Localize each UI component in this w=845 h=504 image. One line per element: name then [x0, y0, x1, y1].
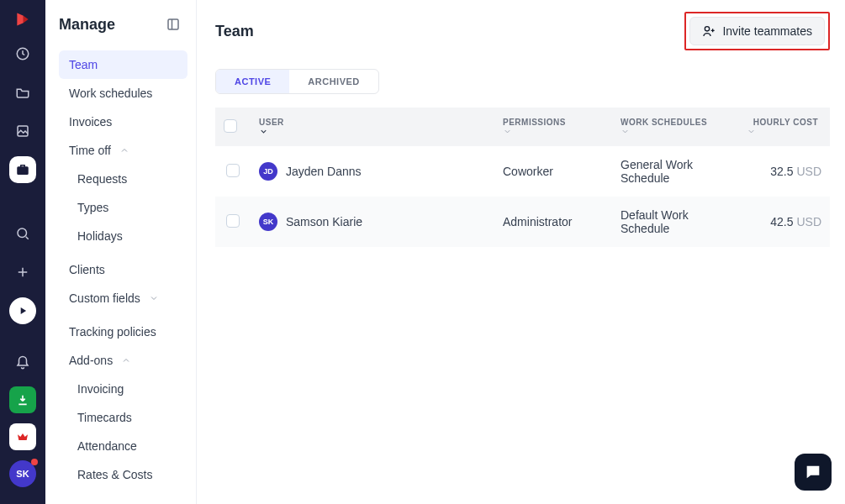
briefcase-icon[interactable]: [9, 156, 36, 183]
nav-label: Invoicing: [77, 382, 124, 396]
nav-label: Requests: [77, 172, 127, 186]
nav-timecards[interactable]: Timecards: [59, 403, 187, 432]
invite-label: Invite teammates: [722, 24, 812, 38]
nav-invoicing[interactable]: Invoicing: [59, 375, 187, 403]
bell-icon[interactable]: [9, 349, 36, 376]
nav-label: Rates & Costs: [77, 468, 152, 481]
col-permissions[interactable]: PERMISSIONS: [494, 108, 612, 146]
nav-requests[interactable]: Requests: [59, 165, 187, 193]
nav-team[interactable]: Team: [59, 50, 187, 79]
user-name: Samson Kiarie: [286, 215, 362, 228]
nav-label: Timecards: [77, 411, 132, 424]
tab-label: ACTIVE: [235, 76, 271, 87]
avatar-initials: SK: [16, 469, 29, 479]
nav-types[interactable]: Types: [59, 193, 187, 222]
col-user[interactable]: USER: [251, 108, 494, 146]
svg-rect-3: [168, 19, 178, 29]
image-icon[interactable]: [9, 118, 36, 144]
nav-label: Clients: [69, 263, 105, 276]
row-checkbox[interactable]: [226, 164, 240, 177]
tab-label: ARCHIVED: [308, 76, 359, 87]
nav-label: Attendance: [77, 439, 137, 453]
sidebar: Manage Team Work schedules Invoices Time…: [45, 0, 197, 504]
chevron-down-icon: [747, 127, 821, 136]
user-avatar-icon: JD: [259, 162, 277, 181]
chevron-down-icon: [621, 127, 730, 136]
permission-cell: Administrator: [494, 197, 612, 247]
download-icon[interactable]: [9, 386, 36, 413]
app-logo-icon[interactable]: [13, 10, 32, 29]
nav-work-schedules[interactable]: Work schedules: [59, 79, 187, 108]
cost-cell: 32.5USD: [738, 146, 830, 197]
nav-label: Team: [69, 58, 98, 71]
tab-active[interactable]: ACTIVE: [216, 70, 289, 93]
nav-invoices[interactable]: Invoices: [59, 108, 187, 136]
chevron-up-icon: [121, 355, 131, 365]
icon-rail: SK: [0, 0, 45, 504]
nav-label: Invoices: [69, 115, 112, 129]
nav-clients[interactable]: Clients: [59, 255, 187, 284]
col-label: WORK SCHEDULES: [621, 118, 707, 127]
nav-label: Custom fields: [69, 291, 140, 305]
col-label: USER: [259, 118, 284, 127]
col-checkbox: [215, 108, 251, 146]
search-icon[interactable]: [9, 220, 36, 247]
user-name: Jayden Danns: [286, 165, 362, 178]
chevron-down-icon: [149, 293, 159, 303]
recent-icon[interactable]: [9, 40, 36, 67]
user-plus-icon: [702, 24, 716, 38]
page-title: Team: [215, 23, 254, 40]
nav-time-off[interactable]: Time off: [59, 136, 187, 165]
team-table: USER PERMISSIONS WORK SCHEDULES HOURLY C…: [215, 108, 830, 247]
nav-label: Time off: [69, 144, 111, 157]
permission-cell: Coworker: [494, 146, 612, 197]
user-cell: JDJayden Danns: [259, 162, 486, 181]
nav-label: Add-ons: [69, 354, 113, 367]
nav-holidays[interactable]: Holidays: [59, 222, 187, 250]
schedule-cell: Default Work Schedule: [612, 197, 738, 247]
chevron-down-icon: [259, 127, 486, 136]
plus-icon[interactable]: [9, 259, 36, 286]
svg-point-4: [705, 27, 710, 31]
nav-tracking-policies[interactable]: Tracking policies: [59, 318, 187, 346]
select-all-checkbox[interactable]: [224, 119, 237, 133]
help-chat-button[interactable]: [795, 454, 832, 491]
play-icon[interactable]: [9, 297, 36, 324]
user-avatar[interactable]: SK: [9, 460, 36, 487]
schedule-cell: General Work Schedule: [612, 146, 738, 197]
col-work-schedules[interactable]: WORK SCHEDULES: [612, 108, 738, 146]
invite-teammates-button[interactable]: Invite teammates: [689, 17, 825, 45]
user-cell: SKSamson Kiarie: [259, 213, 486, 231]
nav-rates-costs[interactable]: Rates & Costs: [59, 460, 187, 489]
chevron-up-icon: [119, 145, 129, 155]
table-row[interactable]: JDJayden DannsCoworkerGeneral Work Sched…: [215, 146, 830, 197]
table-row[interactable]: SKSamson KiarieAdministratorDefault Work…: [215, 197, 830, 247]
sidebar-title: Manage: [59, 16, 115, 34]
col-label: HOURLY COST: [753, 118, 818, 127]
invite-highlight: Invite teammates: [684, 12, 830, 50]
main-content: Team Invite teammates ACTIVE ARCHIVED US…: [197, 0, 845, 504]
col-label: PERMISSIONS: [503, 118, 566, 127]
col-hourly-cost[interactable]: HOURLY COST: [738, 108, 830, 146]
folder-icon[interactable]: [9, 79, 36, 106]
crown-icon[interactable]: [9, 423, 36, 450]
chevron-down-icon: [503, 127, 604, 136]
nav-label: Types: [77, 201, 108, 214]
nav-addons[interactable]: Add-ons: [59, 346, 187, 375]
nav-custom-fields[interactable]: Custom fields: [59, 284, 187, 312]
nav-label: Holidays: [77, 229, 123, 243]
svg-point-2: [18, 228, 27, 238]
tabs: ACTIVE ARCHIVED: [215, 69, 379, 94]
tab-archived[interactable]: ARCHIVED: [289, 70, 378, 93]
row-checkbox[interactable]: [226, 214, 240, 228]
collapse-sidebar-icon[interactable]: [164, 15, 182, 34]
nav-label: Work schedules: [69, 87, 152, 100]
user-avatar-icon: SK: [259, 213, 277, 231]
cost-cell: 42.5USD: [738, 197, 830, 247]
nav-attendance[interactable]: Attendance: [59, 432, 187, 460]
svg-rect-1: [18, 126, 28, 136]
nav-label: Tracking policies: [69, 325, 156, 339]
